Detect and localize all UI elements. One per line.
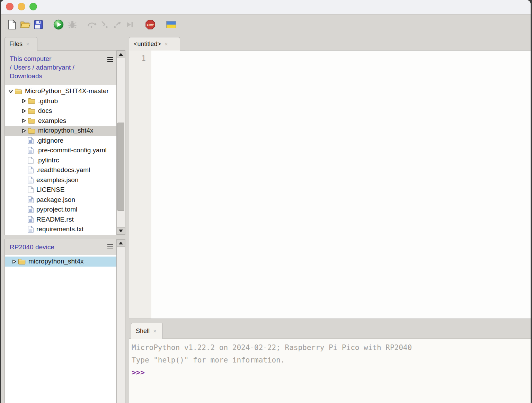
tab-shell-label: Shell xyxy=(136,328,150,335)
item-label: package.json xyxy=(36,196,75,204)
open-folder-icon xyxy=(20,20,30,29)
tab-untitled[interactable]: <untitled> × xyxy=(129,37,180,51)
tree-item-micropython_sht4x[interactable]: micropython_sht4x xyxy=(5,126,116,136)
scroll-up-button[interactable] xyxy=(117,239,125,247)
scroll-up-button[interactable] xyxy=(117,51,125,58)
item-label: LICENSE xyxy=(36,186,64,194)
step-into-button xyxy=(99,19,110,30)
tree-item-.pre-commit-config.yaml[interactable]: .pre-commit-config.yaml xyxy=(5,145,116,155)
expander-closed-icon[interactable] xyxy=(10,259,18,264)
tree-item-package.json[interactable]: package.json xyxy=(5,195,116,205)
file-text-icon xyxy=(28,177,34,183)
shell-help-line: Type "help()" for more information. xyxy=(132,354,531,366)
step-over-button xyxy=(86,19,98,30)
close-icon[interactable]: × xyxy=(26,41,29,47)
files-menu-button[interactable] xyxy=(107,57,113,63)
tab-files[interactable]: Files × xyxy=(5,37,37,51)
device-scrollbar[interactable] xyxy=(116,239,125,403)
tree-item-examples[interactable]: examples xyxy=(5,116,116,126)
editor: 1 xyxy=(129,50,531,319)
scrollbar-thumb[interactable] xyxy=(117,123,124,211)
shell-banner-line: MicroPython v1.22.2 on 2024-02-22; Raspb… xyxy=(132,341,531,354)
shell-prompt[interactable]: >>> xyxy=(132,366,531,379)
item-label: micropython_sht4x xyxy=(38,127,93,134)
tree-item-.github[interactable]: .github xyxy=(5,96,116,106)
shell-output[interactable]: MicroPython v1.22.2 on 2024-02-22; Raspb… xyxy=(129,339,531,403)
line-number-gutter: 1 xyxy=(129,51,151,319)
tree-item-.readthedocs.yaml[interactable]: .readthedocs.yaml xyxy=(5,165,116,175)
stop-sign-icon xyxy=(145,20,155,29)
file-text-icon xyxy=(28,226,34,233)
folder-icon xyxy=(15,88,22,95)
tree-item-examples.json[interactable]: examples.json xyxy=(5,175,116,185)
device-panel-title: RP2040 device xyxy=(10,243,54,251)
editor-content[interactable] xyxy=(151,51,531,319)
expander-closed-icon[interactable] xyxy=(20,128,28,133)
resume-play-icon xyxy=(125,20,134,29)
run-script-button[interactable] xyxy=(53,19,64,30)
tree-item-.pylintrc[interactable]: .pylintrc xyxy=(5,155,116,165)
line-number: 1 xyxy=(129,54,146,63)
breadcrumb-line[interactable]: / Users / adambryant / xyxy=(10,63,103,72)
new-file-button[interactable] xyxy=(6,19,18,30)
breadcrumb-line[interactable]: This computer xyxy=(10,54,103,63)
item-label: .pylintrc xyxy=(36,156,59,164)
shell-tab-bar xyxy=(129,319,531,339)
expander-closed-icon[interactable] xyxy=(20,118,28,123)
device-menu-button[interactable] xyxy=(107,244,113,250)
step-over-icon xyxy=(87,21,97,28)
file-text-icon xyxy=(28,137,34,144)
expander-open-icon[interactable] xyxy=(7,89,15,93)
tree-item-requirements.txt[interactable]: requirements.txt xyxy=(5,224,116,234)
step-into-icon xyxy=(100,21,109,28)
save-file-button[interactable] xyxy=(33,19,44,30)
item-label: .gitignore xyxy=(36,137,63,144)
scroll-down-button[interactable] xyxy=(117,227,125,235)
item-label: .github xyxy=(38,97,58,105)
ukraine-flag-button[interactable] xyxy=(165,19,177,30)
stop-restart-button[interactable] xyxy=(144,19,156,30)
item-label: README.rst xyxy=(36,216,74,223)
tree-item-.gitignore[interactable]: .gitignore xyxy=(5,136,116,146)
zoom-window-button[interactable] xyxy=(29,3,37,10)
expander-closed-icon[interactable] xyxy=(20,99,28,103)
run-play-icon xyxy=(53,19,64,30)
new-file-icon xyxy=(8,19,16,30)
tab-untitled-label: <untitled> xyxy=(134,41,161,48)
file-plain-icon xyxy=(28,157,34,164)
open-file-button[interactable] xyxy=(19,19,31,30)
folder-icon xyxy=(28,117,35,124)
minimize-window-button[interactable] xyxy=(18,3,25,10)
tree-item-pyproject.toml[interactable]: pyproject.toml xyxy=(5,205,116,215)
device-tree: micropython_sht4x xyxy=(5,255,116,403)
file-text-icon xyxy=(28,206,34,213)
toolbar xyxy=(1,15,531,35)
thonny-window: Files × This computer / Users / adambrya… xyxy=(1,0,531,403)
step-out-button xyxy=(111,19,123,30)
expander-closed-icon[interactable] xyxy=(20,109,28,113)
close-window-button[interactable] xyxy=(6,3,14,10)
files-breadcrumb[interactable]: This computer / Users / adambryant / Dow… xyxy=(5,51,116,85)
debug-bug-icon xyxy=(68,20,77,29)
tree-item-docs[interactable]: docs xyxy=(5,106,116,116)
file-text-icon xyxy=(28,196,34,203)
files-scrollbar[interactable] xyxy=(116,51,125,235)
close-icon[interactable]: × xyxy=(153,328,157,334)
tree-item-readme.rst[interactable]: README.rst xyxy=(5,215,116,225)
tree-item-micropython_sht4x-master[interactable]: MicroPython_SHT4X-master xyxy=(5,86,116,96)
item-label: MicroPython_SHT4X-master xyxy=(25,87,109,95)
tab-shell[interactable]: Shell × xyxy=(131,323,163,339)
breadcrumb-line[interactable]: Downloads xyxy=(10,72,103,80)
device-panel: RP2040 device micropython_sht4x xyxy=(5,239,125,403)
item-label: .pre-commit-config.yaml xyxy=(36,146,107,154)
item-label: .readthedocs.yaml xyxy=(36,166,90,174)
file-text-icon xyxy=(28,216,34,223)
close-icon[interactable]: × xyxy=(165,41,168,47)
item-label: requirements.txt xyxy=(36,225,83,233)
tree-item-license[interactable]: LICENSE xyxy=(5,185,116,195)
folder-icon xyxy=(18,258,26,265)
tree-item-micropython_sht4x[interactable]: micropython_sht4x xyxy=(5,257,116,267)
titlebar xyxy=(1,0,531,15)
files-panel: This computer / Users / adambryant / Dow… xyxy=(5,50,125,235)
item-label: examples xyxy=(38,117,66,125)
